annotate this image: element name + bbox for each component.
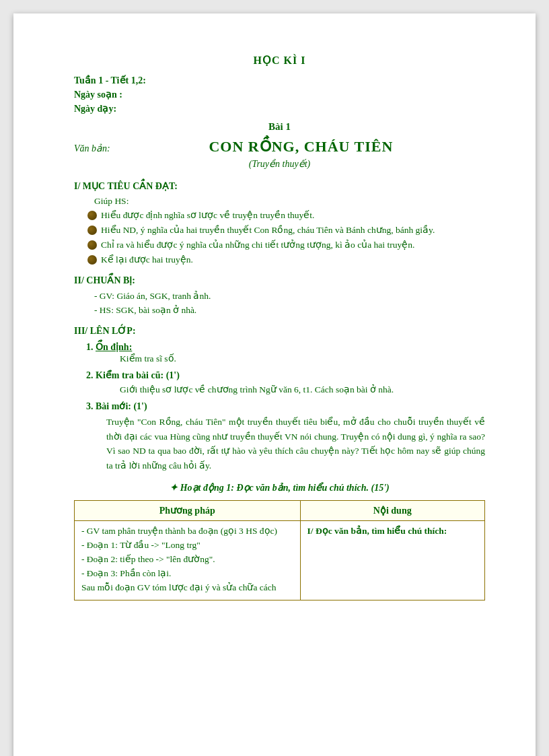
col2-header: Nội dung (300, 501, 485, 521)
item2-label: 2. Kiểm tra bài cũ: (1') (86, 370, 485, 381)
subtitle: (Truyền thuyết) (74, 158, 485, 170)
table-method-line5: Sau mỗi đoạn GV tóm lược đại ý và sửa ch… (81, 582, 293, 593)
table-row-1: - GV tam phân truyện thành ba đoạn (gọi … (75, 521, 485, 600)
hoc-ki-title: HỌC KÌ I (74, 54, 485, 67)
van-ban-line: Văn bản: CON RỒNG, CHÁU TIÊN (74, 138, 485, 156)
bullet-icon-2 (87, 226, 97, 235)
item1-block: 1. Ổn định: Kiểm tra sĩ số. (74, 341, 485, 364)
bullet-icon-1 (87, 211, 97, 220)
table-cell-method: - GV tam phân truyện thành ba đoạn (gọi … (75, 521, 301, 600)
objectives-list: Hiểu được định nghĩa sơ lược về truyện t… (74, 209, 485, 265)
giup-hs: Giúp HS: (74, 196, 485, 207)
objective-1: Hiểu được định nghĩa sơ lược về truyện t… (87, 209, 485, 221)
table-method-line2: - Đoạn 1: Từ đầu -> "Long trg" (81, 539, 293, 551)
objective-2-text: Hiểu ND, ý nghĩa của hai truyền thuyết C… (101, 224, 435, 236)
table-method-line3: - Đoạn 2: tiếp theo -> "lên đường". (81, 553, 293, 565)
section3-heading: III/ LÊN LỚP: (74, 325, 485, 337)
objective-4-text: Kể lại được hai truyện. (101, 254, 193, 265)
activity-label: Hoạt động 1: Đọc văn bản, tìm hiểu chú t… (74, 482, 485, 493)
objective-1-text: Hiểu được định nghĩa sơ lược về truyện t… (101, 209, 314, 221)
item1-content: Kiểm tra sĩ số. (86, 353, 485, 364)
bullet-icon-4 (87, 255, 97, 265)
section2-heading: II/ CHUẨN BỊ: (74, 275, 485, 286)
chuan-bi-hs: - HS: SGK, bài soạn ở nhà. (74, 304, 485, 316)
item3-block: 3. Bài mới: (1') Truyện "Con Rồng, cháu … (74, 401, 485, 473)
ngay-day-line: Ngày dạy: (74, 103, 485, 114)
main-table: Phương pháp Nội dung - GV tam phân truyệ… (74, 500, 485, 600)
document-page: HỌC KÌ I Tuần 1 - Tiết 1,2: Ngày soạn : … (13, 13, 536, 756)
item3-content: Truyện "Con Rồng, cháu Tiên" một truyền … (86, 415, 485, 473)
section1-heading: I/ MỤC TIÊU CẦN ĐẠT: (74, 180, 485, 192)
objective-3-text: Chỉ ra và hiểu được ý nghĩa của những ch… (101, 239, 414, 250)
item3-label: 3. Bài mới: (1') (86, 401, 485, 412)
tuan-tiet-line: Tuần 1 - Tiết 1,2: (74, 75, 485, 86)
objective-4: Kể lại được hai truyện. (87, 254, 485, 265)
col1-header: Phương pháp (75, 501, 301, 521)
table-method-line4: - Đoạn 3: Phần còn lại. (81, 568, 293, 579)
bai-number: Bài 1 (74, 121, 485, 133)
table-cell-content: I/ Đọc văn bản, tìm hiểu chú thích: (300, 521, 485, 600)
main-title: CON RỒNG, CHÁU TIÊN (117, 138, 485, 156)
bullet-icon-3 (87, 240, 97, 250)
chuan-bi-gv: - GV: Giáo án, SGK, tranh ảnh. (74, 290, 485, 302)
van-ban-label: Văn bản: (74, 143, 110, 154)
table-content-heading: I/ Đọc văn bản, tìm hiểu chú thích: (307, 525, 478, 537)
objective-3: Chỉ ra và hiểu được ý nghĩa của những ch… (87, 239, 485, 250)
item1-label: 1. Ổn định: (86, 342, 132, 352)
item2-content: Giới thiệu sơ lược về chương trình Ngữ v… (86, 384, 485, 395)
ngay-soan-line: Ngày soạn : (74, 89, 485, 100)
item1-underline: Ổn định: (96, 342, 132, 352)
item2-block: 2. Kiểm tra bài cũ: (1') Giới thiệu sơ l… (74, 370, 485, 395)
table-header-row: Phương pháp Nội dung (75, 501, 485, 521)
table-method-line1: - GV tam phân truyện thành ba đoạn (gọi … (81, 525, 293, 537)
objective-2: Hiểu ND, ý nghĩa của hai truyền thuyết C… (87, 224, 485, 236)
